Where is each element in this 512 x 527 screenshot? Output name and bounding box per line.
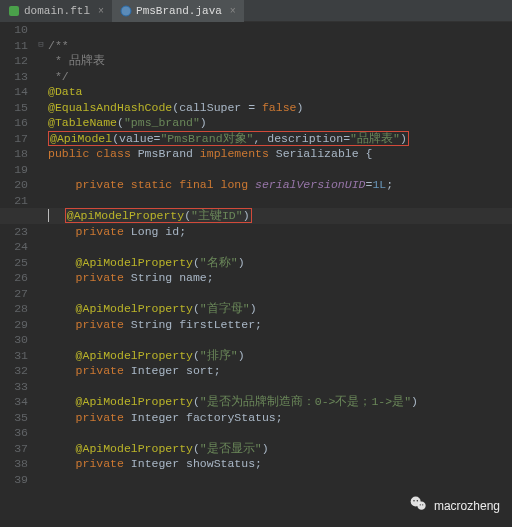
code-line: private String firstLetter; (48, 317, 512, 333)
code-line: @ApiModelProperty("是否显示") (48, 441, 512, 457)
wechat-icon (409, 494, 429, 517)
close-icon[interactable]: × (230, 6, 236, 17)
code-line: @ApiModel(value="PmsBrand对象", descriptio… (48, 131, 512, 147)
svg-point-7 (422, 504, 423, 505)
tab-pmsbrand-java[interactable]: PmsBrand.java × (112, 0, 244, 22)
highlight-box: @ApiModelProperty("主键ID") (65, 208, 252, 223)
svg-point-3 (417, 502, 425, 510)
java-class-icon (120, 5, 132, 17)
code-line (48, 162, 512, 178)
code-line: private Integer sort; (48, 363, 512, 379)
code-line (48, 472, 512, 488)
watermark-text: macrozheng (434, 499, 500, 513)
code-line: private Integer factoryStatus; (48, 410, 512, 426)
code-line: /** (48, 38, 512, 54)
ftl-file-icon (8, 5, 20, 17)
fold-column: ⊟ (36, 22, 46, 527)
code-line (48, 379, 512, 395)
highlight-box: @ApiModel(value="PmsBrand对象", descriptio… (48, 131, 409, 146)
code-line: @Data (48, 84, 512, 100)
close-icon[interactable]: × (98, 6, 104, 17)
svg-rect-0 (9, 6, 19, 16)
code-line (48, 286, 512, 302)
cursor (48, 209, 49, 222)
code-line (48, 332, 512, 348)
code-line (48, 193, 512, 209)
code-line: @ApiModelProperty("首字母") (48, 301, 512, 317)
watermark: macrozheng (409, 494, 500, 517)
code-line: @EqualsAndHashCode(callSuper = false) (48, 100, 512, 116)
code-line: private String name; (48, 270, 512, 286)
editor-tabs: domain.ftl × PmsBrand.java × (0, 0, 512, 22)
code-editor[interactable]: 1011121314151617181920212223242526272829… (0, 22, 512, 527)
code-line-current: @ApiModelProperty("主键ID") (48, 208, 512, 224)
code-line: private Integer showStatus; (48, 456, 512, 472)
code-line: @TableName("pms_brand") (48, 115, 512, 131)
code-line: @ApiModelProperty("排序") (48, 348, 512, 364)
code-line: private static final long serialVersionU… (48, 177, 512, 193)
tab-domain-ftl[interactable]: domain.ftl × (0, 0, 112, 22)
svg-point-4 (413, 500, 415, 502)
svg-point-5 (417, 500, 419, 502)
code-line: @ApiModelProperty("是否为品牌制造商：0->不是；1->是") (48, 394, 512, 410)
code-line: */ (48, 69, 512, 85)
line-number-gutter: 1011121314151617181920212223242526272829… (0, 22, 36, 527)
code-line: * 品牌表 (48, 53, 512, 69)
svg-point-1 (121, 6, 131, 16)
code-line (48, 22, 512, 38)
code-line: private Long id; (48, 224, 512, 240)
code-area[interactable]: /** * 品牌表 */ @Data @EqualsAndHashCode(ca… (46, 22, 512, 527)
code-line: public class PmsBrand implements Seriali… (48, 146, 512, 162)
svg-point-6 (420, 504, 421, 505)
tab-label: PmsBrand.java (136, 5, 222, 17)
code-line (48, 425, 512, 441)
tab-label: domain.ftl (24, 5, 90, 17)
code-line: @ApiModelProperty("名称") (48, 255, 512, 271)
code-line (48, 239, 512, 255)
